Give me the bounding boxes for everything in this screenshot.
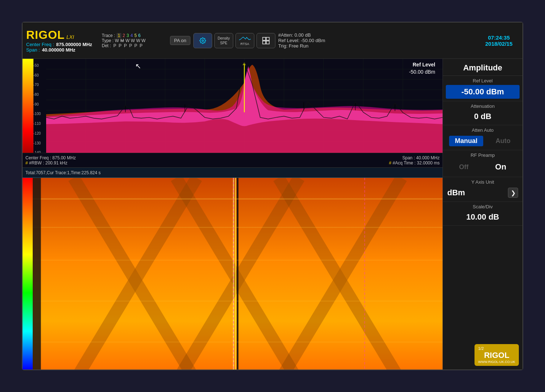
- trace-1[interactable]: 1: [117, 33, 121, 38]
- det-label: Det : P P P P P P: [102, 43, 142, 48]
- svg-rect-41: [33, 227, 443, 228]
- waterfall-color-bar: [23, 178, 33, 369]
- center-freq-value: 875.000000 MHz: [56, 42, 92, 47]
- rf-preamp-section: RF Preamp Off On: [443, 150, 522, 177]
- scale-div-section: Scale/Div 10.00 dB: [443, 202, 522, 226]
- y-axis-value: dBm: [447, 188, 465, 197]
- svg-rect-1: [263, 37, 266, 40]
- attenuation-label: Attenuation: [446, 103, 520, 109]
- y-axis-arrow[interactable]: ❯: [508, 188, 518, 198]
- right-panel: Amplitude Ref Level -50.00 dBm Attenuati…: [443, 59, 522, 369]
- rtsa-button[interactable]: RTSA: [235, 33, 254, 48]
- ref-level-bar: Ref Level: -50.00 dBm: [278, 38, 326, 43]
- bottom-logo-brand: RIGOL: [478, 351, 515, 360]
- y-axis-row: dBm ❯: [446, 186, 520, 199]
- rigol-logo: RIGOL LXI: [26, 28, 74, 42]
- spectrum-color-bar: [23, 59, 33, 167]
- span-value: 40.000000 MHz: [42, 47, 76, 53]
- atten-value: #Atten: 0.00 dB: [278, 32, 326, 38]
- settings-button[interactable]: [193, 33, 212, 48]
- trace-block: Trace : 1 2 3 4 5 6 Type : W M W W W W D…: [102, 33, 167, 48]
- top-bar: RIGOL LXI Center Freq : 875.000000 MHz S…: [23, 23, 522, 59]
- atten-auto-label: Atten Auto: [446, 127, 520, 133]
- acq-time: # #Acq Time : 32.0000 ms: [389, 160, 440, 166]
- ref-level-value-box[interactable]: -50.00 dBm: [446, 85, 520, 99]
- on-toggle[interactable]: On: [489, 161, 512, 173]
- y-axis-labels: -50 -60 -70 -80 -90 -100 -110 -120 -130 …: [33, 61, 46, 167]
- waterfall-header: Total:7057,Cur Trace:1,Time:225.824 s: [23, 168, 443, 178]
- type-m: M: [120, 38, 124, 43]
- bottom-rigol-logo: 1/2 RIGOL WWW.RIGOL-UK.CO.UK: [475, 344, 519, 366]
- svg-rect-47: [33, 178, 41, 369]
- date-display: 2018/02/15: [485, 41, 512, 47]
- span-label: Span :: [26, 47, 40, 53]
- manual-toggle[interactable]: Manual: [449, 136, 483, 146]
- freq-block: Center Freq : 875.000000 MHz Span : 40.0…: [26, 42, 99, 53]
- ref-level-label: Ref Level: [446, 78, 520, 83]
- attenuation-section: Attenuation 0 dB: [443, 101, 522, 125]
- trace-4[interactable]: 4: [130, 33, 133, 38]
- atten-info: #Atten: 0.00 dB Ref Level: -50.00 dBm Tr…: [278, 32, 326, 49]
- attenuation-value: 0 dB: [446, 110, 520, 123]
- rf-preamp-toggle: Off On: [446, 159, 520, 175]
- spectrum-panel: -50 -60 -70 -80 -90 -100 -110 -120 -130 …: [23, 59, 443, 168]
- center-freq-label: Center Freq :: [26, 42, 54, 47]
- pa-button[interactable]: PA on: [170, 36, 190, 45]
- auto-toggle[interactable]: Auto: [490, 136, 516, 146]
- icon-buttons: Density SPE RTSA: [193, 33, 275, 48]
- ref-level-section: Ref Level -50.00 dBm: [443, 76, 522, 101]
- spectrum-footer: Center Freq : 875.00 MHz # #RBW : 200.91…: [23, 153, 443, 167]
- amplitude-title: Amplitude: [443, 59, 522, 76]
- rbw-label: # #RBW : 200.91 kHz: [25, 160, 76, 166]
- trig-value: Trig: Free Run: [278, 43, 326, 49]
- logo-block: RIGOL LXI Center Freq : 875.000000 MHz S…: [26, 28, 99, 53]
- trace-2[interactable]: 2: [123, 33, 125, 38]
- page-indicator: 1/2: [478, 346, 515, 351]
- time-display: 07:24:35: [488, 34, 510, 41]
- spectrum-svg: [46, 59, 443, 162]
- waterfall-svg: [33, 178, 443, 369]
- svg-point-0: [202, 40, 203, 41]
- layout-button[interactable]: [257, 33, 275, 48]
- type-rest: W W W W: [125, 38, 145, 43]
- chart-area: -50 -60 -70 -80 -90 -100 -110 -120 -130 …: [23, 59, 443, 369]
- trace-5[interactable]: 5: [134, 33, 137, 38]
- svg-rect-44: [33, 342, 443, 342]
- ref-level-dbm: -50.00 dBm: [409, 69, 435, 75]
- scale-div-label: Scale/Div: [446, 204, 520, 209]
- svg-rect-43: [33, 301, 443, 301]
- main-frame: ↖ RIGOL LXI Center Freq : 875.000000 MHz…: [22, 22, 523, 370]
- bottom-logo-url: WWW.RIGOL-UK.CO.UK: [478, 360, 515, 364]
- trace-label: Trace :: [102, 33, 115, 38]
- span-footer: Span : 40.000 MHz: [389, 155, 440, 160]
- density-spe-button[interactable]: Density SPE: [214, 33, 233, 48]
- trace-3[interactable]: 3: [126, 33, 129, 38]
- svg-rect-3: [263, 41, 266, 44]
- svg-rect-2: [266, 37, 269, 40]
- center-freq-footer: Center Freq : 875.00 MHz: [25, 155, 76, 160]
- off-toggle[interactable]: Off: [453, 162, 475, 172]
- y-axis-section: Y Axis Unit dBm ❯: [443, 177, 522, 202]
- datetime-block: 07:24:35 2018/02/15: [479, 34, 519, 47]
- svg-rect-42: [33, 260, 443, 261]
- type-label: Type : W: [102, 38, 119, 43]
- atten-auto-toggle: Manual Auto: [446, 134, 520, 148]
- atten-auto-section: Atten Auto Manual Auto: [443, 125, 522, 150]
- ref-level-text: Ref Level: [413, 62, 435, 68]
- trace-6[interactable]: 6: [138, 33, 141, 38]
- main-content: -50 -60 -70 -80 -90 -100 -110 -120 -130 …: [23, 59, 522, 369]
- svg-rect-4: [266, 41, 269, 44]
- waterfall-info: Total:7057,Cur Trace:1,Time:225.824 s: [25, 170, 101, 175]
- waterfall-panel: Total:7057,Cur Trace:1,Time:225.824 s: [23, 168, 443, 369]
- rf-preamp-label: RF Preamp: [446, 152, 520, 158]
- y-axis-label: Y Axis Unit: [446, 179, 520, 185]
- svg-rect-40: [33, 198, 443, 199]
- scale-div-value: 10.00 dB: [446, 211, 520, 223]
